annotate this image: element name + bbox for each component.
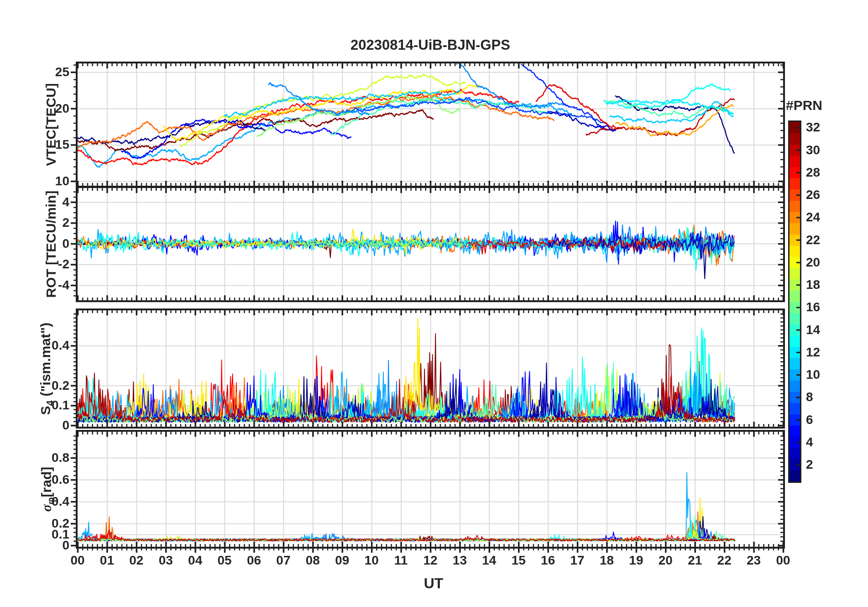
- colorbar-tick-label: 4: [806, 435, 842, 450]
- y-tick-label: -4: [24, 278, 69, 293]
- colorbar-title: #PRN: [786, 98, 822, 113]
- colorbar-tick-label: 14: [806, 323, 842, 337]
- colorbar-tick-label: 10: [806, 367, 842, 382]
- colorbar-tick-label: 16: [806, 300, 842, 314]
- y-tick-label: 0.2: [24, 516, 69, 531]
- y-tick-label: 4: [24, 195, 69, 209]
- y-tick-label: 0.1: [24, 398, 69, 413]
- figure-root: 20230814-UiB-BJN-GPS VTEC[TECU] ROT [TEC…: [0, 0, 868, 607]
- ylabel-vtec: VTEC[TECU]: [43, 83, 59, 166]
- y-tick-label: 0.8: [24, 450, 69, 465]
- y-tick-label: 2: [24, 215, 69, 230]
- y-tick-label: 0.4: [24, 494, 69, 509]
- chart-title: 20230814-UiB-BJN-GPS: [350, 37, 510, 53]
- y-tick-label: 0: [24, 418, 69, 433]
- xaxis-label: UT: [424, 575, 444, 592]
- x-tick-label: 00: [765, 553, 801, 568]
- colorbar-tick-label: 20: [806, 255, 842, 270]
- y-tick-label: 20: [24, 101, 69, 116]
- y-tick-label: 0: [24, 236, 69, 251]
- y-tick-label: 15: [24, 137, 69, 152]
- y-tick-label: 10: [24, 174, 69, 188]
- colorbar-tick-label: 2: [806, 457, 842, 472]
- colorbar-tick-label: 12: [806, 345, 842, 360]
- y-tick-label: 0.4: [24, 338, 69, 353]
- y-tick-label: -2: [24, 257, 69, 272]
- y-tick-label: 0.6: [24, 472, 69, 487]
- y-tick-label: 25: [24, 65, 69, 79]
- colorbar-tick-label: 8: [806, 390, 842, 404]
- ylabel-vtec-text: VTEC[TECU]: [43, 83, 58, 166]
- colorbar-tick-label: 28: [806, 165, 842, 180]
- colorbar-tick-label: 6: [806, 413, 842, 427]
- colorbar-tick-label: 18: [806, 277, 842, 292]
- y-tick-label: 0.2: [24, 378, 69, 393]
- colorbar-tick-label: 22: [806, 233, 842, 247]
- plot-canvas: [0, 0, 868, 607]
- colorbar-tick-label: 32: [806, 120, 842, 135]
- colorbar-tick-label: 26: [806, 188, 842, 202]
- colorbar-tick-label: 30: [806, 143, 842, 157]
- colorbar-tick-label: 24: [806, 210, 842, 225]
